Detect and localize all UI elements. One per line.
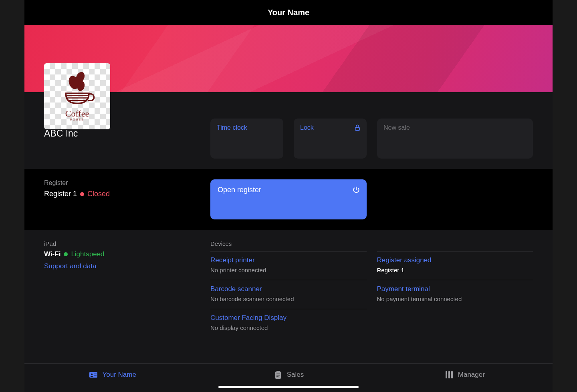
wifi-label: Wi-Fi <box>44 250 61 258</box>
wifi-status-dot <box>64 252 68 256</box>
new-sale-button: New sale <box>377 119 533 159</box>
open-register-button[interactable]: Open register <box>210 179 367 219</box>
svg-rect-11 <box>276 375 280 376</box>
device-title: Register assigned <box>377 256 533 264</box>
svg-point-5 <box>91 374 93 375</box>
time-clock-button[interactable]: Time clock <box>210 119 283 159</box>
lock-button[interactable]: Lock <box>294 119 367 159</box>
support-and-data-link[interactable]: Support and data <box>44 262 210 270</box>
company-name: ABC Inc <box>44 128 210 139</box>
svg-rect-3 <box>355 127 360 131</box>
ipad-section-label: iPad <box>44 240 210 247</box>
nav-label: Sales <box>287 371 304 379</box>
svg-rect-18 <box>452 373 452 373</box>
device-item-barcode-scanner[interactable]: Barcode scanner No barcode scanner conne… <box>210 280 367 309</box>
open-register-label: Open register <box>218 186 359 194</box>
svg-rect-6 <box>94 374 97 374</box>
svg-rect-12 <box>276 376 278 377</box>
time-clock-label: Time clock <box>217 124 277 131</box>
new-sale-label: New sale <box>383 124 527 131</box>
device-item-register-assigned[interactable]: Register assigned Register 1 <box>377 251 533 280</box>
device-item-customer-display[interactable]: Customer Facing Display No display conne… <box>210 309 367 338</box>
company-logo: Coffee HOUSE <box>44 63 110 129</box>
device-status: No barcode scanner connected <box>210 296 367 302</box>
svg-rect-15 <box>451 371 453 378</box>
svg-rect-7 <box>94 375 97 376</box>
nav-sales[interactable]: Sales <box>200 364 376 386</box>
nav-label: Your Name <box>102 371 136 379</box>
device-title: Customer Facing Display <box>210 314 367 322</box>
nav-your-name[interactable]: Your Name <box>24 364 200 386</box>
devices-spacer <box>377 240 533 247</box>
power-icon <box>352 186 360 194</box>
lock-label: Lock <box>300 124 360 131</box>
register-section-label: Register <box>44 179 210 187</box>
device-status: No display connected <box>210 324 367 331</box>
svg-rect-10 <box>276 374 280 374</box>
nav-manager[interactable]: Manager <box>377 364 553 386</box>
device-title: Barcode scanner <box>210 285 367 293</box>
bottom-nav: Your Name Sales Manager <box>24 363 553 392</box>
svg-rect-14 <box>448 371 450 378</box>
register-name: Register 1 <box>44 190 77 198</box>
lock-icon <box>354 124 361 131</box>
header-title: Your Name <box>268 8 309 17</box>
coffee-logo-icon <box>59 72 95 108</box>
svg-rect-16 <box>446 373 447 373</box>
nav-label: Manager <box>458 371 485 379</box>
device-status: No printer connected <box>210 267 367 273</box>
reports-icon <box>444 370 454 380</box>
device-title: Payment terminal <box>377 285 533 293</box>
svg-rect-9 <box>276 371 280 372</box>
id-card-icon <box>89 370 98 380</box>
svg-rect-17 <box>449 373 450 373</box>
home-indicator[interactable] <box>218 386 359 388</box>
device-status: Register 1 <box>377 267 533 273</box>
logo-text: Coffee <box>65 109 89 118</box>
device-status: No payment terminal connected <box>377 296 533 302</box>
devices-section-label: Devices <box>210 240 367 247</box>
device-item-receipt-printer[interactable]: Receipt printer No printer connected <box>210 251 367 280</box>
app-header: Your Name <box>24 0 553 25</box>
clipboard-icon <box>273 370 283 380</box>
wifi-network-name: Lightspeed <box>71 250 104 258</box>
svg-rect-13 <box>446 371 447 378</box>
register-status-dot <box>80 192 84 196</box>
device-item-payment-terminal[interactable]: Payment terminal No payment terminal con… <box>377 280 533 309</box>
logo-subtext: HOUSE <box>70 118 84 121</box>
device-title: Receipt printer <box>210 256 367 264</box>
register-status-text: Closed <box>87 190 110 198</box>
